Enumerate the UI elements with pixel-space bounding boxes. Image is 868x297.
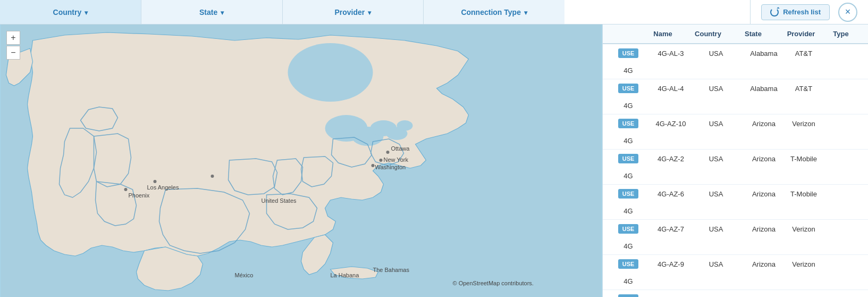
use-cell[interactable]: USE <box>607 114 650 133</box>
svg-text:© OpenStreetMap contributors.: © OpenStreetMap contributors. <box>453 280 534 286</box>
provider-cell: T-Mobile <box>788 151 820 167</box>
name-cell: 4G-AZ-6 <box>650 186 692 202</box>
provider-cell: T-Mobile <box>788 186 820 202</box>
name-cell: 4G-AZ-10 <box>650 116 692 132</box>
state-filter-button[interactable]: State <box>141 0 283 24</box>
col-header-provider: Provider <box>777 24 825 43</box>
country-cell: USA <box>692 80 740 97</box>
connection-type-filter-label: Connection Type <box>461 8 521 16</box>
zoom-out-button[interactable]: − <box>6 46 20 60</box>
refresh-icon <box>770 8 779 16</box>
provider-cell: AT&T <box>788 45 820 62</box>
provider-filter-label: Provider <box>335 8 365 16</box>
table-row: USE 4G-AZ-10 USA Arizona Verizon 4G <box>603 114 868 150</box>
table-row: USE 4G-AZ-6 USA Arizona T-Mobile 4G <box>603 185 868 220</box>
map-area[interactable]: Ottawa New York Washington United States… <box>0 24 602 297</box>
use-cell[interactable]: USE <box>607 44 650 62</box>
state-cell: Arizona <box>740 151 788 167</box>
col-header-state: State <box>729 24 777 43</box>
map-svg: Ottawa New York Washington United States… <box>0 24 602 297</box>
country-cell: USA <box>692 45 740 62</box>
provider-cell: T-Mobile <box>788 291 820 298</box>
provider-chevron-icon <box>368 8 371 16</box>
state-cell: New York <box>740 291 788 298</box>
svg-text:United States: United States <box>262 197 297 204</box>
country-chevron-icon <box>85 8 88 16</box>
use-button[interactable]: USE <box>618 154 639 163</box>
use-button[interactable]: USE <box>618 294 639 297</box>
state-cell: Alabama <box>740 45 788 62</box>
svg-text:México: México <box>235 272 254 278</box>
name-cell: 4G-AZ-2 <box>650 151 692 167</box>
country-cell: USA <box>692 116 740 132</box>
refresh-area: Refresh list × <box>750 0 868 24</box>
state-cell: Arizona <box>740 186 788 202</box>
use-cell[interactable]: USE <box>607 255 650 273</box>
svg-text:Los Angeles: Los Angeles <box>147 184 179 191</box>
use-cell[interactable]: USE <box>607 185 650 203</box>
state-cell: Arizona <box>740 116 788 132</box>
table-row: USE 4G-AZ-2 USA Arizona T-Mobile 4G <box>603 150 868 185</box>
svg-text:The Bahamas: The Bahamas <box>373 267 410 273</box>
svg-text:Ottawa: Ottawa <box>391 145 410 152</box>
table-row: USE 4G-B1-4 USA New York T-Mobile 4G <box>603 290 868 297</box>
svg-point-5 <box>397 120 413 131</box>
svg-point-7 <box>386 151 390 154</box>
table-row: USE 4G-AL-4 USA Alabama AT&T 4G <box>603 79 868 114</box>
connection-type-filter-button[interactable]: Connection Type <box>424 0 564 24</box>
svg-point-11 <box>154 180 157 183</box>
svg-text:Phoenix: Phoenix <box>129 192 150 199</box>
name-cell: 4G-AL-4 <box>650 80 692 97</box>
use-cell[interactable]: USE <box>607 290 650 297</box>
type-cell: 4G <box>607 238 650 254</box>
provider-cell: Verizon <box>788 256 820 273</box>
col-header-name-label: Name <box>639 24 687 43</box>
country-filter-button[interactable]: Country <box>0 0 141 24</box>
use-cell[interactable]: USE <box>607 79 650 97</box>
type-cell: 4G <box>607 203 650 219</box>
close-icon: × <box>845 6 851 18</box>
header-bar: Country State Provider Connection Type R… <box>0 0 868 24</box>
use-cell[interactable]: USE <box>607 220 650 238</box>
use-button[interactable]: USE <box>618 189 639 199</box>
svg-point-12 <box>124 188 128 191</box>
table-row: USE 4G-AZ-7 USA Arizona Verizon 4G <box>603 220 868 255</box>
table-header: Name Country State Provider Type <box>603 24 868 44</box>
country-cell: USA <box>692 186 740 202</box>
country-cell: USA <box>692 221 740 237</box>
header-spacer <box>564 0 750 24</box>
svg-point-6 <box>288 43 373 102</box>
type-cell: 4G <box>607 273 650 290</box>
country-cell: USA <box>692 256 740 273</box>
use-button[interactable]: USE <box>618 48 639 58</box>
type-cell: 4G <box>607 168 650 184</box>
table-row: USE 4G-AZ-9 USA Arizona Verizon 4G <box>603 255 868 290</box>
use-button[interactable]: USE <box>618 224 639 234</box>
svg-text:New York: New York <box>384 156 409 163</box>
type-cell: 4G <box>607 97 650 114</box>
svg-point-10 <box>211 175 214 178</box>
country-cell: USA <box>692 151 740 167</box>
col-header-type: Type <box>825 24 857 43</box>
use-button[interactable]: USE <box>618 84 639 93</box>
use-cell[interactable]: USE <box>607 150 650 168</box>
state-chevron-icon <box>221 8 224 16</box>
provider-filter-button[interactable]: Provider <box>283 0 424 24</box>
state-cell: Arizona <box>740 256 788 273</box>
use-button[interactable]: USE <box>618 259 639 269</box>
country-cell: USA <box>692 291 740 298</box>
name-cell: 4G-AZ-7 <box>650 221 692 237</box>
map-controls: + − <box>6 31 20 60</box>
name-cell: 4G-AL-3 <box>650 45 692 62</box>
table-row: USE 4G-AL-3 USA Alabama AT&T 4G <box>603 44 868 79</box>
close-button[interactable]: × <box>838 3 857 22</box>
zoom-in-button[interactable]: + <box>6 31 20 45</box>
use-button[interactable]: USE <box>618 119 639 128</box>
table-panel: Name Country State Provider Type USE 4G-… <box>602 24 868 297</box>
type-cell: 4G <box>607 133 650 149</box>
svg-text:Washington: Washington <box>375 164 406 170</box>
provider-cell: Verizon <box>788 116 820 132</box>
table-body[interactable]: USE 4G-AL-3 USA Alabama AT&T 4G USE 4G-A… <box>603 44 868 297</box>
col-header-country: Country <box>687 24 729 43</box>
refresh-list-button[interactable]: Refresh list <box>761 4 830 20</box>
